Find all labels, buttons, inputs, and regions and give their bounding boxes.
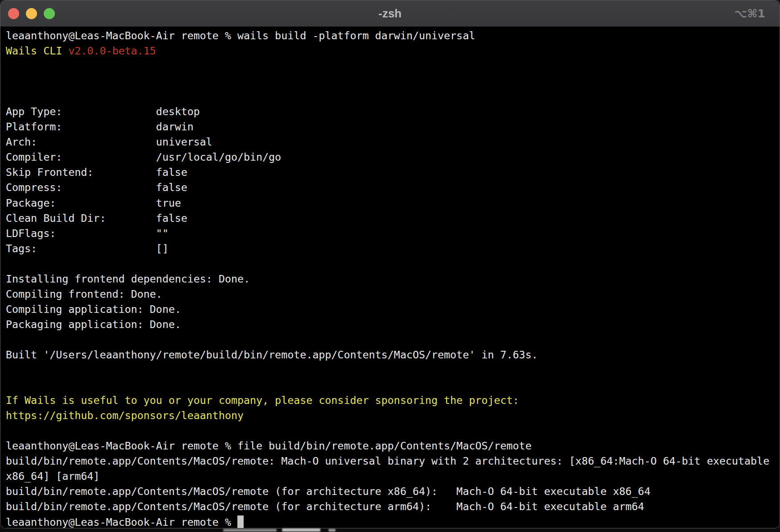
terminal-line <box>6 332 780 347</box>
terminal-line: leaanthony@Leas-MacBook-Air remote % fil… <box>6 438 780 453</box>
terminal-line: build/bin/remote.app/Contents/MacOS/remo… <box>6 453 780 469</box>
terminal-text-segment: Skip Frontend: false <box>6 166 187 178</box>
terminal-text-segment: leaanthony@Leas-MacBook-Air remote % fil… <box>6 440 531 452</box>
terminal-text-segment: https://github.com/sponsors/leaanthony <box>6 409 244 421</box>
terminal-line: Platform: darwin <box>6 119 780 134</box>
terminal-line: Packaging application: Done. <box>6 317 780 332</box>
background-window-fragment <box>0 528 780 532</box>
terminal-line: Built '/Users/leaanthony/remote/build/bi… <box>6 347 780 362</box>
terminal-screen[interactable]: leaanthony@Leas-MacBook-Air remote % wai… <box>0 27 780 528</box>
terminal-line: Compiler: /usr/local/go/bin/go <box>6 150 780 165</box>
terminal-line: Clean Build Dir: false <box>6 211 780 226</box>
terminal-text-segment: If Wails is useful to you or your compan… <box>6 394 519 406</box>
terminal-text-segment: Package: true <box>6 197 181 209</box>
terminal-text-segment: Clean Build Dir: false <box>6 212 187 224</box>
terminal-text-segment: build/bin/remote.app/Contents/MacOS/remo… <box>6 455 769 467</box>
window-title: -zsh <box>0 0 780 27</box>
terminal-line <box>6 378 780 393</box>
terminal-line <box>6 256 780 271</box>
terminal-line: Package: true <box>6 195 780 211</box>
background-window-fragment <box>328 529 336 532</box>
terminal-line: Compiling application: Done. <box>6 302 780 317</box>
terminal-text-segment: App Type: desktop <box>6 105 200 117</box>
terminal-line <box>6 89 780 104</box>
terminal-line: Installing frontend dependencies: Done. <box>6 271 780 287</box>
terminal-line: Tags: [] <box>6 241 780 256</box>
terminal-line <box>6 362 780 378</box>
terminal-text-segment: build/bin/remote.app/Contents/MacOS/remo… <box>6 485 651 497</box>
window-shortcut-hint: ⌥⌘1 <box>734 0 765 27</box>
background-window-fragment <box>223 529 277 532</box>
terminal-line: Compress: false <box>6 180 780 195</box>
terminal-line: build/bin/remote.app/Contents/MacOS/remo… <box>6 499 780 514</box>
terminal-line: LDFlags: "" <box>6 226 780 241</box>
terminal-text-segment: LDFlags: "" <box>6 227 169 239</box>
terminal-text-segment: Packaging application: Done. <box>6 318 181 330</box>
terminal-text-segment: Wails CLI <box>6 45 68 57</box>
terminal-line: https://github.com/sponsors/leaanthony <box>6 408 780 423</box>
terminal-text-segment: v2.0.0-beta.15 <box>68 45 156 57</box>
terminal-line: Skip Frontend: false <box>6 165 780 180</box>
terminal-text-segment: leaanthony@Leas-MacBook-Air remote % <box>6 516 237 528</box>
terminal-line: leaanthony@Leas-MacBook-Air remote % wai… <box>6 28 780 43</box>
terminal-text-segment: Compiler: /usr/local/go/bin/go <box>6 151 281 163</box>
terminal-line: build/bin/remote.app/Contents/MacOS/remo… <box>6 484 780 499</box>
terminal-line <box>6 423 780 438</box>
background-window-fragment <box>282 528 320 532</box>
terminal-window: -zsh ⌥⌘1 leaanthony@Leas-MacBook-Air rem… <box>0 0 780 528</box>
terminal-text-segment: Platform: darwin <box>6 121 194 133</box>
terminal-line: leaanthony@Leas-MacBook-Air remote % <box>6 515 780 529</box>
terminal-line: Arch: universal <box>6 134 780 150</box>
terminal-line: Wails CLI v2.0.0-beta.15 <box>6 43 780 58</box>
terminal-line: App Type: desktop <box>6 104 780 119</box>
terminal-line: x86_64] [arm64] <box>6 469 780 484</box>
terminal-text-segment: x86_64] [arm64] <box>6 470 100 482</box>
terminal-text-segment: Arch: universal <box>6 136 212 148</box>
terminal-line <box>6 74 780 89</box>
terminal-line: Compiling frontend: Done. <box>6 287 780 302</box>
terminal-text-segment: Tags: [] <box>6 242 169 254</box>
terminal-cursor <box>237 515 244 528</box>
terminal-text-segment: leaanthony@Leas-MacBook-Air remote % wai… <box>6 29 475 42</box>
terminal-text-segment: Built '/Users/leaanthony/remote/build/bi… <box>6 349 538 361</box>
title-bar[interactable]: -zsh ⌥⌘1 <box>0 0 780 27</box>
terminal-text-segment: build/bin/remote.app/Contents/MacOS/remo… <box>6 500 644 512</box>
terminal-line: If Wails is useful to you or your compan… <box>6 393 780 408</box>
terminal-text-segment: Installing frontend dependencies: Done. <box>6 273 250 285</box>
terminal-text-segment: Compiling frontend: Done. <box>6 288 162 300</box>
terminal-text-segment: Compress: false <box>6 181 187 193</box>
terminal-text-segment: Compiling application: Done. <box>6 303 181 315</box>
terminal-line <box>6 58 780 74</box>
